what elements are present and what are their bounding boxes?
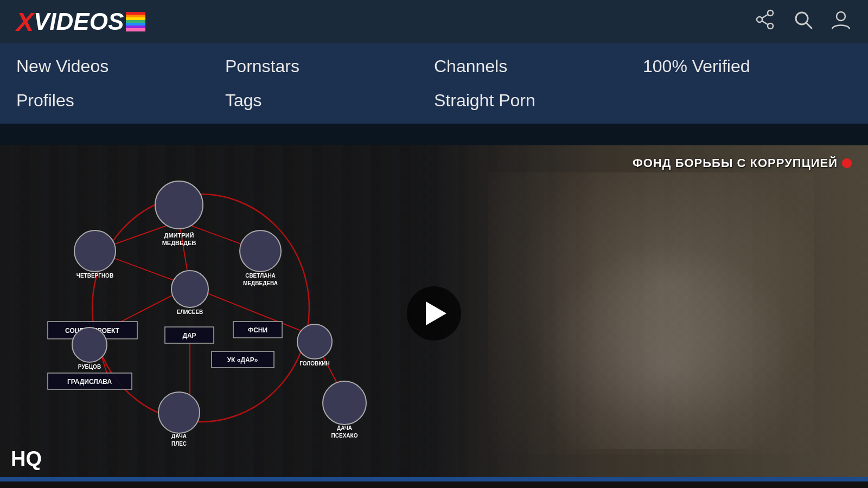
svg-point-43 [297,324,332,359]
svg-point-7 [768,10,773,16]
svg-point-41 [72,328,107,362]
svg-point-28 [74,230,116,272]
watermark: ФОНД БОРЬБЫ С КОРРУПЦИЕЙ [633,156,852,170]
svg-text:ПСЕХАКО: ПСЕХАКО [331,433,358,439]
network-svg: ДМИТРИЙ МЕДВЕДЕВ ЧЕТВЕРГНОВ СВЕТЛАНА МЕД… [0,156,423,471]
svg-rect-6 [126,28,145,31]
svg-text:РУБЦОВ: РУБЦОВ [78,364,101,370]
logo-videos: VIDEOS [34,8,124,35]
progress-bar[interactable] [0,477,868,481]
play-button[interactable] [407,286,461,341]
person-panel [423,145,868,481]
logo-x: X [16,7,34,37]
nav-new-videos[interactable]: New Videos [16,54,225,79]
nav-grid: New Videos Pornstars Channels 100% Verif… [16,54,852,113]
svg-text:ЕЛИСЕЕВ: ЕЛИСЕЕВ [177,309,203,315]
nav-profiles[interactable]: Profiles [16,88,225,113]
hq-badge: HQ [11,447,42,471]
divider [0,124,868,145]
play-triangle-icon [426,301,446,325]
svg-rect-5 [126,25,145,28]
svg-point-52 [323,381,366,425]
rainbow-icon [126,12,145,31]
nav-verified[interactable]: 100% Verified [643,54,852,79]
svg-text:ДАЧА: ДАЧА [171,433,187,439]
svg-rect-0 [126,12,145,15]
svg-point-8 [757,17,762,22]
share-icon[interactable] [754,9,776,35]
svg-text:ФСНИ: ФСНИ [248,326,267,334]
svg-point-30 [240,230,281,272]
nav-straight-porn[interactable]: Straight Porn [434,88,643,113]
svg-point-49 [158,392,200,433]
profile-icon[interactable] [830,9,852,35]
svg-rect-2 [126,17,145,20]
header: XVIDEOS [0,0,868,43]
svg-text:ДАР: ДАР [182,332,196,339]
video-player[interactable]: ДМИТРИЙ МЕДВЕДЕВ ЧЕТВЕРГНОВ СВЕТЛАНА МЕД… [0,145,868,481]
watermark-text: ФОНД БОРЬБЫ С КОРРУПЦИЕЙ [633,156,838,170]
watermark-dot [842,158,852,168]
nav-tags[interactable]: Tags [225,88,434,113]
svg-text:ДАЧА: ДАЧА [337,425,352,431]
logo[interactable]: XVIDEOS [16,7,145,37]
network-diagram: ДМИТРИЙ МЕДВЕДЕВ ЧЕТВЕРГНОВ СВЕТЛАНА МЕД… [0,156,423,471]
svg-text:МЕДВЕДЕВ: МЕДВЕДЕВ [162,240,196,246]
svg-line-13 [807,23,812,28]
svg-text:ГРАДИСЛАВА: ГРАДИСЛАВА [67,378,112,386]
svg-text:СВЕТЛАНА: СВЕТЛАНА [245,273,276,279]
search-icon[interactable] [792,9,814,35]
svg-point-25 [155,181,203,229]
svg-line-10 [762,14,768,18]
svg-text:ДМИТРИЙ: ДМИТРИЙ [164,232,194,239]
svg-rect-1 [126,15,145,17]
person-body [532,243,803,449]
svg-text:ПЛЕС: ПЛЕС [171,441,187,447]
svg-rect-4 [126,23,145,25]
navigation: New Videos Pornstars Channels 100% Verif… [0,43,868,124]
svg-text:ГОЛОВКИН: ГОЛОВКИН [299,361,330,367]
nav-pornstars[interactable]: Pornstars [225,54,434,79]
svg-rect-3 [126,20,145,23]
svg-text:МЕДВЕДЕВА: МЕДВЕДЕВА [243,280,278,286]
svg-text:УК «ДАР»: УК «ДАР» [227,356,258,364]
nav-channels[interactable]: Channels [434,54,643,79]
svg-point-14 [837,12,845,21]
svg-point-9 [768,23,773,29]
svg-point-33 [171,271,208,307]
header-icons [754,9,852,35]
svg-text:ЧЕТВЕРГНОВ: ЧЕТВЕРГНОВ [76,273,113,279]
svg-line-11 [762,21,768,24]
